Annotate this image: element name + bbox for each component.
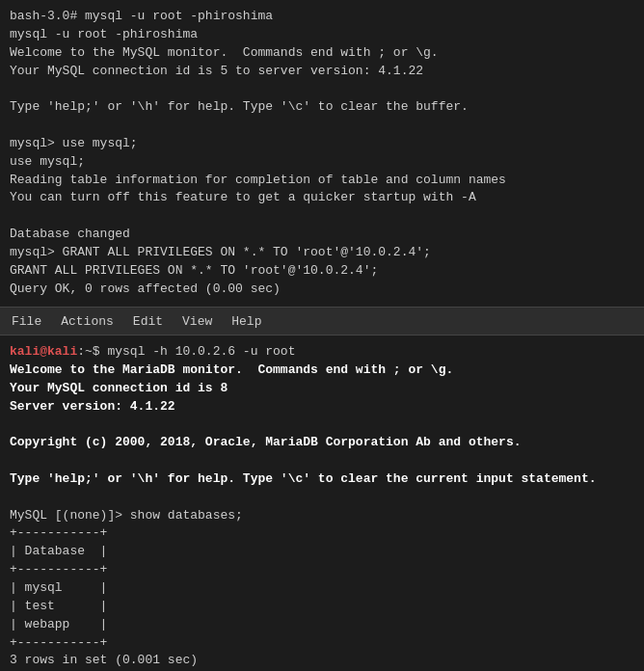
mariadb-line-2: Your MySQL connection id is 8	[10, 381, 228, 395]
menu-edit[interactable]: Edit	[133, 314, 163, 329]
kali-prompt: kali@kali:~$ mysql -h 10.0.2.6 -u root	[10, 344, 295, 359]
table-row-test: | test |	[10, 599, 107, 613]
mysql-prompt-1: mysql> use mysql;	[10, 136, 138, 150]
line-8: Database changed	[10, 227, 130, 241]
table-row-webapp: | webapp |	[10, 617, 107, 631]
line-9: GRANT ALL PRIVILEGES ON *.* TO 'root'@'1…	[10, 263, 378, 278]
line-3: Your MySQL connection id is 5 to server …	[10, 64, 423, 78]
menu-actions[interactable]: Actions	[61, 314, 114, 329]
table-bottom: +-----------+	[10, 635, 107, 650]
mariadb-copyright: Copyright (c) 2000, 2018, Oracle, MariaD…	[10, 435, 522, 449]
top-terminal-content: bash-3.0# mysql -u root -phiroshima mysq…	[10, 8, 634, 307]
line-2: Welcome to the MySQL monitor. Commands e…	[10, 45, 439, 60]
top-terminal-pane: bash-3.0# mysql -u root -phiroshima mysq…	[0, 0, 644, 307]
mysql-none-prompt: MySQL [(none)]> show databases;	[10, 508, 243, 523]
menu-file[interactable]: File	[12, 314, 41, 329]
table-top: +-----------+	[10, 525, 107, 540]
bottom-terminal-pane: kali@kali:~$ mysql -h 10.0.2.6 -u root W…	[0, 336, 644, 671]
bottom-terminal-content: kali@kali:~$ mysql -h 10.0.2.6 -u root W…	[10, 343, 634, 671]
table-divider: +-----------+	[10, 562, 107, 577]
mariadb-help: Type 'help;' or '\h' for help. Type '\c'…	[10, 471, 597, 486]
mysql-prompt-2: mysql> GRANT ALL PRIVILEGES ON *.* TO 'r…	[10, 245, 431, 259]
menu-help[interactable]: Help	[231, 314, 261, 329]
menu-bar: File Actions Edit View Help	[0, 307, 644, 336]
line-1: mysql -u root -phiroshima	[10, 27, 198, 41]
mariadb-line-1: Welcome to the MariaDB monitor. Commands…	[10, 362, 453, 377]
line-6: Reading table information for completion…	[10, 173, 506, 187]
bash-prompt: bash-3.0# mysql -u root -phiroshima	[10, 9, 273, 23]
line-10: Query OK, 0 rows affected (0.00 sec)	[10, 282, 281, 296]
table-header: | Database |	[10, 544, 107, 558]
row-count: 3 rows in set (0.001 sec)	[10, 653, 198, 667]
mariadb-line-3: Server version: 4.1.22	[10, 399, 175, 414]
table-row-mysql: | mysql |	[10, 580, 107, 595]
line-5: use mysql;	[10, 154, 85, 169]
menu-view[interactable]: View	[182, 314, 212, 329]
line-4: Type 'help;' or '\h' for help. Type '\c'…	[10, 99, 469, 114]
line-7: You can turn off this feature to get a q…	[10, 190, 476, 204]
